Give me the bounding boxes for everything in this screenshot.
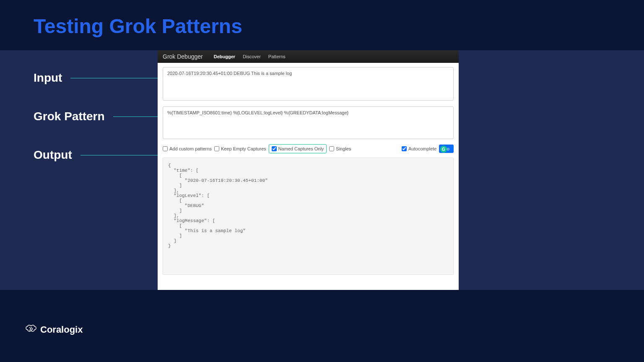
- coralogix-logo-text: Coralogix: [40, 324, 83, 335]
- log-input[interactable]: [163, 67, 454, 101]
- option-keep-empty[interactable]: Keep Empty Captures: [214, 146, 266, 151]
- slide-footer: Coralogix: [0, 297, 644, 362]
- grammarly-icon[interactable]: [440, 146, 447, 153]
- main-content: Input Grok Pattern Output Grok Debugger …: [0, 50, 644, 290]
- label-output: Output: [34, 148, 158, 162]
- tab-discover[interactable]: Discover: [243, 54, 261, 59]
- app-navbar: Grok Debugger Debugger Discover Patterns: [158, 50, 459, 63]
- slide-header: Testing Grok Patterns: [0, 0, 644, 50]
- checkbox-keep-empty[interactable]: [214, 146, 219, 151]
- grok-pattern-input[interactable]: [163, 106, 454, 139]
- grok-debugger-app: Grok Debugger Debugger Discover Patterns…: [158, 50, 459, 290]
- label-input-text: Input: [34, 71, 62, 85]
- connector-line: [70, 78, 158, 78]
- connector-line: [80, 155, 158, 155]
- checkbox-singles[interactable]: [329, 146, 334, 151]
- option-named-only[interactable]: Named Captures Only: [269, 144, 327, 153]
- option-named-only-label: Named Captures Only: [278, 146, 324, 151]
- label-grok-text: Grok Pattern: [34, 110, 105, 123]
- label-grok-pattern: Grok Pattern: [34, 110, 158, 123]
- option-singles-label: Singles: [336, 146, 351, 151]
- option-add-custom-label: Add custom patterns: [169, 146, 212, 151]
- label-output-text: Output: [34, 148, 72, 162]
- option-autocomplete-label: Autocomplete: [408, 146, 436, 151]
- app-body: Add custom patterns Keep Empty Captures …: [158, 63, 459, 279]
- option-keep-empty-label: Keep Empty Captures: [221, 146, 266, 151]
- slide-title: Testing Grok Patterns: [34, 15, 610, 38]
- options-row: Add custom patterns Keep Empty Captures …: [163, 144, 454, 153]
- output-result: { "time": [ [ "2020-07-16T19:20:30.45+01…: [163, 158, 454, 275]
- option-add-custom[interactable]: Add custom patterns: [163, 146, 212, 151]
- tab-debugger[interactable]: Debugger: [214, 54, 235, 59]
- label-input: Input: [34, 71, 158, 85]
- tab-patterns[interactable]: Patterns: [268, 54, 286, 59]
- checkbox-autocomplete[interactable]: [402, 146, 407, 151]
- checkbox-named-only[interactable]: [272, 146, 277, 151]
- coralogix-logo: Coralogix: [25, 324, 83, 335]
- option-singles[interactable]: Singles: [329, 146, 351, 151]
- checkbox-add-custom[interactable]: [163, 146, 168, 151]
- coralogix-brain-icon: [25, 325, 37, 335]
- app-brand: Grok Debugger: [163, 53, 203, 60]
- labels-column: Input Grok Pattern Output: [0, 50, 158, 290]
- option-autocomplete[interactable]: Autocomplete: [402, 146, 436, 151]
- connector-line: [113, 116, 158, 117]
